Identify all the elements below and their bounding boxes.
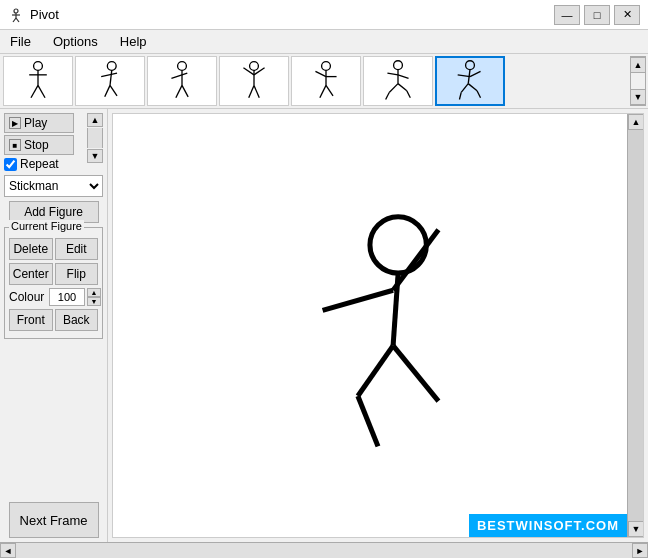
toolbar-figure-1[interactable] xyxy=(3,56,73,106)
svg-line-24 xyxy=(249,85,254,97)
colour-up-btn[interactable]: ▲ xyxy=(87,288,101,297)
title-bar: Pivot — □ ✕ xyxy=(0,0,648,30)
menu-help[interactable]: Help xyxy=(114,32,153,51)
svg-line-18 xyxy=(176,85,182,97)
toolbar-figure-7[interactable] xyxy=(435,56,505,106)
svg-line-47 xyxy=(477,91,481,98)
canvas-scroll-up[interactable]: ▲ xyxy=(628,114,644,130)
bottom-scrollbar[interactable]: ◄ ► xyxy=(0,542,648,558)
toolbar-scrollbar[interactable]: ▲ ▼ xyxy=(630,56,646,106)
svg-line-50 xyxy=(393,230,438,290)
colour-spin: ▲ ▼ xyxy=(87,288,101,306)
scroll-down-btn[interactable]: ▼ xyxy=(87,149,103,163)
svg-line-13 xyxy=(105,85,110,96)
svg-point-26 xyxy=(322,62,331,71)
colour-input[interactable]: 100 xyxy=(49,288,85,306)
back-button[interactable]: Back xyxy=(55,309,99,331)
play-icon: ▶ xyxy=(9,117,21,129)
svg-line-37 xyxy=(398,84,407,91)
current-figure-label: Current Figure xyxy=(9,220,84,232)
svg-line-14 xyxy=(110,85,117,96)
toolbar-scroll-down[interactable]: ▼ xyxy=(630,89,646,105)
svg-line-52 xyxy=(393,346,438,401)
delete-edit-row: Delete Edit xyxy=(9,238,98,260)
stop-label: Stop xyxy=(24,138,49,152)
toolbar-scroll-up[interactable]: ▲ xyxy=(630,57,646,73)
maximize-button[interactable]: □ xyxy=(584,5,610,25)
repeat-checkbox[interactable] xyxy=(4,158,17,171)
svg-line-17 xyxy=(171,73,187,78)
hscroll-right[interactable]: ► xyxy=(632,543,648,558)
svg-line-38 xyxy=(386,92,390,99)
svg-line-8 xyxy=(31,85,38,97)
stop-button[interactable]: ■ Stop xyxy=(4,135,74,155)
toolbar-figure-3[interactable] xyxy=(147,56,217,106)
delete-button[interactable]: Delete xyxy=(9,238,53,260)
svg-line-43 xyxy=(470,71,481,76)
svg-point-10 xyxy=(107,62,116,71)
app-title: Pivot xyxy=(30,7,59,22)
front-back-row: Front Back xyxy=(9,309,98,331)
playback-group: ▶ Play ■ Stop Repeat ▲ ▼ xyxy=(4,113,103,171)
flip-button[interactable]: Flip xyxy=(55,263,99,285)
repeat-row: Repeat xyxy=(4,157,85,171)
edit-button[interactable]: Edit xyxy=(55,238,99,260)
svg-line-39 xyxy=(407,91,411,98)
svg-line-19 xyxy=(182,85,188,96)
svg-line-3 xyxy=(13,18,16,22)
figure-toolbar: ▲ ▼ xyxy=(0,54,648,109)
next-frame-button[interactable]: Next Frame xyxy=(9,502,99,538)
left-bottom: Next Frame xyxy=(4,498,103,538)
main-area: ▶ Play ■ Stop Repeat ▲ ▼ St xyxy=(0,109,648,542)
svg-point-32 xyxy=(394,61,403,70)
center-button[interactable]: Center xyxy=(9,263,53,285)
svg-point-0 xyxy=(14,9,18,13)
play-button[interactable]: ▶ Play xyxy=(4,113,74,133)
close-button[interactable]: ✕ xyxy=(614,5,640,25)
hscroll-left[interactable]: ◄ xyxy=(0,543,16,558)
svg-line-31 xyxy=(326,85,333,96)
svg-line-34 xyxy=(387,73,398,75)
front-button[interactable]: Front xyxy=(9,309,53,331)
svg-line-46 xyxy=(459,92,461,99)
svg-line-30 xyxy=(320,85,326,97)
toolbar-figure-5[interactable] xyxy=(291,56,361,106)
playback-scroll: ▲ ▼ xyxy=(87,113,103,163)
colour-row: Colour 100 ▲ ▼ xyxy=(9,288,98,306)
svg-line-54 xyxy=(358,396,378,446)
toolbar-figure-6[interactable] xyxy=(363,56,433,106)
svg-line-35 xyxy=(398,75,409,79)
colour-label: Colour xyxy=(9,290,47,304)
menu-options[interactable]: Options xyxy=(47,32,104,51)
svg-point-5 xyxy=(34,62,43,71)
scroll-up-btn[interactable]: ▲ xyxy=(87,113,103,127)
repeat-label: Repeat xyxy=(20,157,59,171)
svg-point-20 xyxy=(250,62,259,71)
figure-dropdown[interactable]: Stickman Custom xyxy=(4,175,103,197)
menu-file[interactable]: File xyxy=(4,32,37,51)
svg-line-51 xyxy=(323,290,394,310)
toolbar-figure-2[interactable] xyxy=(75,56,145,106)
playback-buttons: ▶ Play ■ Stop Repeat xyxy=(4,113,85,171)
svg-line-53 xyxy=(358,346,393,396)
canvas-scrollbar-v[interactable]: ▲ ▼ xyxy=(627,114,643,537)
stop-icon: ■ xyxy=(9,139,21,151)
svg-line-42 xyxy=(458,75,470,77)
canvas-scroll-down[interactable]: ▼ xyxy=(628,521,644,537)
watermark: BESTWINSOFT.COM xyxy=(469,514,627,537)
colour-down-btn[interactable]: ▼ xyxy=(87,297,101,306)
svg-point-48 xyxy=(370,217,426,273)
svg-line-4 xyxy=(16,18,19,22)
hscroll-track[interactable] xyxy=(16,543,632,558)
main-canvas-svg xyxy=(113,114,643,537)
svg-line-9 xyxy=(38,85,45,97)
current-figure-group: Current Figure Delete Edit Center Flip C… xyxy=(4,227,103,339)
svg-line-22 xyxy=(243,68,254,75)
svg-point-15 xyxy=(178,62,187,71)
app-icon xyxy=(8,7,24,23)
toolbar-figure-4[interactable] xyxy=(219,56,289,106)
svg-line-45 xyxy=(468,84,477,91)
minimize-button[interactable]: — xyxy=(554,5,580,25)
play-label: Play xyxy=(24,116,47,130)
canvas-area[interactable]: BESTWINSOFT.COM ▲ ▼ xyxy=(112,113,644,538)
